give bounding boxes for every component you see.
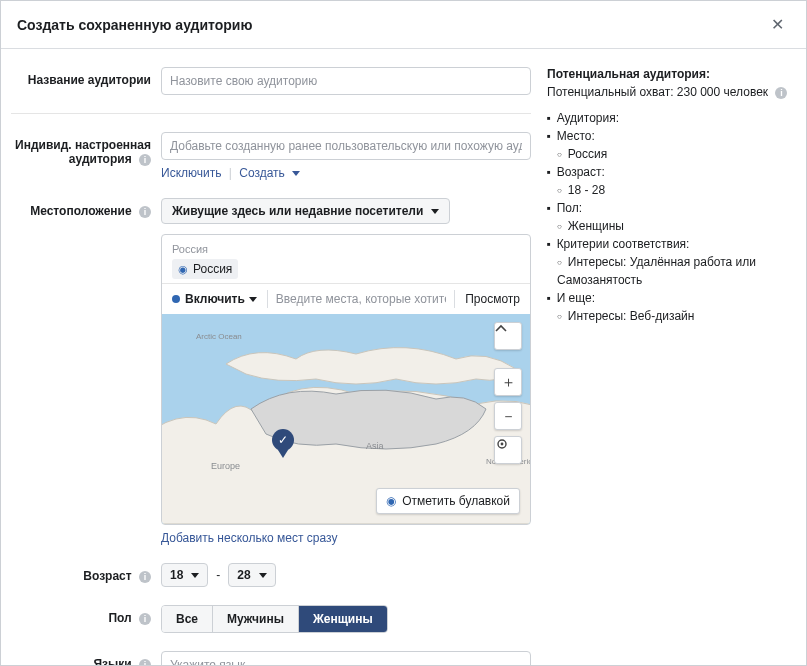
map-locate-button[interactable] bbox=[494, 436, 522, 464]
chevron-down-icon bbox=[191, 573, 199, 578]
summary-and-label: И еще: bbox=[547, 289, 794, 307]
summary-and-value: Интересы: Веб-дизайн bbox=[557, 307, 794, 325]
label-languages: Языки i bbox=[11, 651, 161, 665]
location-box: Россия ◉ Россия Включить bbox=[161, 234, 531, 525]
info-icon[interactable]: i bbox=[139, 206, 151, 218]
potential-reach: Потенциальный охват: 230 000 человек i bbox=[547, 85, 794, 99]
vertical-separator bbox=[454, 290, 455, 308]
summary-gender-value: Женщины bbox=[557, 217, 794, 235]
chevron-down-icon bbox=[249, 297, 257, 302]
label-age-text: Возраст bbox=[83, 569, 131, 583]
age-max-dropdown[interactable]: 28 bbox=[228, 563, 275, 587]
create-link-text: Создать bbox=[239, 166, 285, 180]
section-separator bbox=[11, 113, 531, 114]
marker-check-icon: ✓ bbox=[272, 429, 294, 451]
label-gender: Пол i bbox=[11, 605, 161, 625]
gender-segmented: Все Мужчины Женщины bbox=[161, 605, 388, 633]
map-controls: ＋ － bbox=[494, 322, 522, 464]
svg-point-6 bbox=[501, 443, 504, 446]
row-custom-audience: Индивид. настроенная аудитория i Исключи… bbox=[11, 132, 531, 180]
summary-age-value: 18 - 28 bbox=[557, 181, 794, 199]
summary-gender-label: Пол: bbox=[547, 199, 794, 217]
chevron-down-icon bbox=[259, 573, 267, 578]
audience-name-input[interactable] bbox=[161, 67, 531, 95]
mark-with-pin-text: Отметить булавкой bbox=[402, 494, 510, 508]
custom-audience-input[interactable] bbox=[161, 132, 531, 160]
create-link[interactable]: Создать bbox=[239, 166, 300, 180]
row-age: Возраст i 18 - 28 bbox=[11, 563, 531, 587]
age-max-value: 28 bbox=[237, 568, 250, 582]
close-icon[interactable]: ✕ bbox=[765, 11, 790, 38]
label-custom-audience-text: Индивид. настроенная аудитория bbox=[15, 138, 151, 166]
svg-text:Europe: Europe bbox=[211, 461, 240, 471]
location-mode-text: Живущие здесь или недавние посетители bbox=[172, 204, 423, 218]
summary-criteria-label: Критерии соответствия: bbox=[547, 235, 794, 253]
row-audience-name: Название аудитории bbox=[11, 67, 531, 95]
location-chip-russia[interactable]: ◉ Россия bbox=[172, 259, 238, 279]
mark-with-pin-button[interactable]: ◉ Отметить булавкой bbox=[376, 488, 520, 514]
age-min-value: 18 bbox=[170, 568, 183, 582]
audience-summary-list: Аудитория: Место: bbox=[547, 109, 794, 145]
potential-audience-heading: Потенциальная аудитория: bbox=[547, 67, 794, 81]
custom-audience-links: Исключить | Создать bbox=[161, 166, 531, 180]
info-icon[interactable]: i bbox=[139, 659, 151, 665]
summary-place-value: Россия bbox=[557, 145, 794, 163]
age-dash: - bbox=[216, 568, 220, 582]
row-location: Местоположение i Живущие здесь или недав… bbox=[11, 198, 531, 545]
location-mode-dropdown[interactable]: Живущие здесь или недавние посетители bbox=[161, 198, 450, 224]
label-age: Возраст i bbox=[11, 563, 161, 583]
summary-place-label: Место: bbox=[547, 127, 794, 145]
map-marker: ✓ bbox=[272, 429, 294, 458]
locate-icon bbox=[495, 437, 521, 463]
vertical-separator bbox=[267, 290, 268, 308]
svg-text:Asia: Asia bbox=[366, 441, 384, 451]
info-icon[interactable]: i bbox=[139, 613, 151, 625]
map-zoom-in-button[interactable]: ＋ bbox=[494, 368, 522, 396]
include-dropdown[interactable]: Включить bbox=[168, 290, 261, 308]
link-separator: | bbox=[229, 166, 232, 180]
map-up-button[interactable] bbox=[494, 322, 522, 350]
label-audience-name: Название аудитории bbox=[11, 67, 161, 87]
chevron-down-icon bbox=[431, 209, 439, 214]
location-selected-area: Россия ◉ Россия bbox=[162, 235, 530, 283]
location-chip-text: Россия bbox=[193, 262, 232, 276]
info-icon[interactable]: i bbox=[139, 154, 151, 166]
dialog-title: Создать сохраненную аудиторию bbox=[17, 17, 252, 33]
languages-input[interactable] bbox=[161, 651, 531, 665]
marker-point bbox=[278, 450, 288, 458]
map-zoom-out-button[interactable]: － bbox=[494, 402, 522, 430]
gender-men-button[interactable]: Мужчины bbox=[213, 606, 299, 632]
label-audience-name-text: Название аудитории bbox=[28, 73, 151, 87]
row-languages: Языки i bbox=[11, 651, 531, 665]
svg-text:Arctic Ocean: Arctic Ocean bbox=[196, 332, 242, 341]
add-multiple-locations-link[interactable]: Добавить несколько мест сразу bbox=[161, 531, 531, 545]
location-view-link[interactable]: Просмотр bbox=[461, 290, 524, 308]
exclude-link[interactable]: Исключить bbox=[161, 166, 221, 180]
country-group-label: Россия bbox=[172, 243, 520, 255]
info-icon[interactable]: i bbox=[139, 571, 151, 583]
gender-all-button[interactable]: Все bbox=[162, 606, 213, 632]
info-icon[interactable]: i bbox=[775, 87, 787, 99]
row-gender: Пол i Все Мужчины Женщины bbox=[11, 605, 531, 633]
potential-audience-panel: Потенциальная аудитория: Потенциальный о… bbox=[541, 49, 806, 665]
include-text: Включить bbox=[185, 292, 245, 306]
chevron-up-icon bbox=[495, 323, 521, 349]
reach-value: 230 000 человек bbox=[677, 85, 768, 99]
location-input-row: Включить Просмотр bbox=[162, 283, 530, 314]
summary-criteria-value: Интересы: Удалённая работа или Самозанят… bbox=[557, 253, 794, 289]
location-search-input[interactable] bbox=[274, 288, 448, 310]
form-column: Название аудитории Индивид. настроенная … bbox=[1, 49, 541, 665]
label-custom-audience: Индивид. настроенная аудитория i bbox=[11, 132, 161, 166]
age-min-dropdown[interactable]: 18 bbox=[161, 563, 208, 587]
gender-women-button[interactable]: Женщины bbox=[299, 606, 387, 632]
dialog-header: Создать сохраненную аудиторию ✕ bbox=[1, 1, 806, 49]
label-location-text: Местоположение bbox=[30, 204, 131, 218]
include-dot-icon bbox=[172, 295, 180, 303]
location-map[interactable]: Europe Asia North America Arctic Ocean ✓ bbox=[162, 314, 530, 524]
pin-icon: ◉ bbox=[178, 263, 188, 276]
create-saved-audience-dialog: Создать сохраненную аудиторию ✕ Название… bbox=[0, 0, 807, 666]
reach-label: Потенциальный охват: bbox=[547, 85, 677, 99]
summary-audience-label: Аудитория: bbox=[547, 109, 794, 127]
label-location: Местоположение i bbox=[11, 198, 161, 218]
label-languages-text: Языки bbox=[93, 657, 131, 665]
